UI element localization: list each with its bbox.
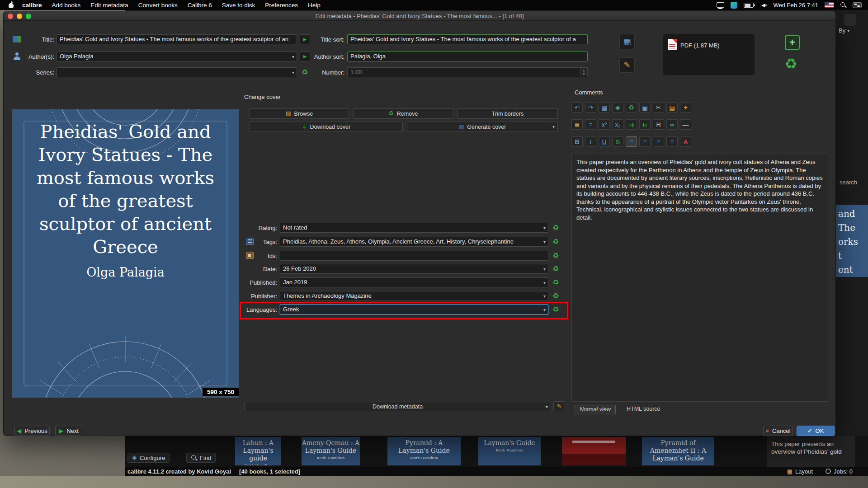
- cut-icon[interactable]: ✂: [653, 102, 664, 113]
- ids-input[interactable]: [280, 251, 548, 261]
- book-cover[interactable]: Pheidias' Gold andIvory Statues - Themos…: [12, 109, 239, 398]
- indent-more-icon[interactable]: ⇉: [626, 119, 637, 130]
- align-left-icon[interactable]: ≡: [626, 136, 637, 147]
- paste-icon[interactable]: ▤: [666, 102, 678, 113]
- redo-icon[interactable]: ↷: [585, 102, 596, 113]
- background-toolbar-button[interactable]: [844, 14, 856, 26]
- author-sort-input[interactable]: Palagia, Olga: [347, 52, 588, 61]
- browse-cover-button[interactable]: ▨ Browse: [250, 108, 349, 119]
- shelf-book[interactable]: Lahun : ALayman's guideKeith Hamilton: [235, 437, 281, 465]
- configure-button[interactable]: ✱ Configure: [127, 453, 170, 463]
- menu-item[interactable]: Save to disk: [222, 2, 255, 9]
- menu-item[interactable]: Edit metadata: [90, 2, 128, 9]
- screen-mirroring-icon[interactable]: [717, 2, 724, 8]
- bullet-list-icon[interactable]: ≡: [585, 119, 596, 130]
- smarten-punctuation-icon[interactable]: ✦: [680, 102, 691, 113]
- formats-list[interactable]: PDF (1.87 MB): [663, 34, 755, 75]
- shelf-book[interactable]: Ameny-Qemau : ALayman's GuideKeith Hamil…: [302, 437, 360, 465]
- clear-tags-icon[interactable]: ♻: [552, 238, 559, 245]
- shelf-book[interactable]: [562, 437, 626, 465]
- battery-icon[interactable]: [744, 3, 754, 8]
- shelf-book[interactable]: Pyramid : ALayman's GuideKeith Hamilton: [387, 437, 461, 465]
- remove-format-icon[interactable]: ♻: [784, 56, 797, 71]
- clear-date-icon[interactable]: ♻: [552, 265, 559, 272]
- align-right-icon[interactable]: ≡: [653, 136, 664, 147]
- menu-item[interactable]: Preferences: [265, 2, 298, 9]
- date-picker[interactable]: 26 Feb 2020 ▾: [280, 264, 548, 274]
- insert-image-icon[interactable]: ▦: [599, 102, 610, 113]
- series-number-spinner[interactable]: 1.00 ▴ ▾: [347, 67, 588, 77]
- italic-icon[interactable]: I: [585, 136, 596, 147]
- subscript-icon[interactable]: x₂: [612, 119, 623, 130]
- dialog-title-bar[interactable]: Edit metadata - Pheidias' Gold and Ivory…: [4, 11, 835, 21]
- menu-item[interactable]: Help: [308, 2, 321, 9]
- strikethrough-icon[interactable]: S: [612, 136, 623, 147]
- zoom-window-button[interactable]: [26, 14, 31, 19]
- find-button[interactable]: Find: [186, 453, 216, 463]
- volume-icon[interactable]: ◀»: [761, 2, 767, 8]
- download-metadata-button[interactable]: Download metadata ▾: [244, 402, 551, 411]
- control-center-icon[interactable]: [853, 2, 862, 8]
- bold-icon[interactable]: B: [571, 136, 583, 147]
- next-button[interactable]: ▶ Next: [55, 426, 82, 436]
- download-cover-button[interactable]: ⇓ Download cover: [250, 122, 403, 132]
- publisher-combo[interactable]: Themes in Archaeology Magazine ▾: [280, 291, 548, 301]
- spotlight-search-icon[interactable]: [840, 2, 846, 8]
- trim-borders-button[interactable]: Trim borders: [458, 108, 558, 119]
- edit-format-metadata-button[interactable]: ✎: [619, 57, 635, 73]
- add-format-button[interactable]: +: [785, 35, 800, 50]
- undo-icon[interactable]: ↶: [571, 102, 583, 113]
- comments-editor[interactable]: This paper presents an overview of Pheid…: [571, 154, 828, 402]
- title-sort-input[interactable]: Pheidias' Gold and Ivory Statues - The m…: [347, 34, 588, 44]
- underline-icon[interactable]: U: [599, 136, 610, 147]
- copy-icon[interactable]: ▣: [639, 102, 651, 113]
- menu-item[interactable]: Convert books: [138, 2, 178, 9]
- title-input[interactable]: Pheidias' Gold and Ivory Statues - The m…: [57, 34, 297, 44]
- clear-rating-icon[interactable]: ♻: [552, 224, 559, 231]
- tab-html-source[interactable]: HTML source: [622, 405, 665, 414]
- generate-cover-button[interactable]: ▥ Generate cover ▾: [407, 122, 558, 132]
- text-color-icon[interactable]: A: [680, 136, 691, 147]
- spinner-arrows[interactable]: ▴ ▾: [580, 68, 587, 76]
- align-justify-icon[interactable]: ≡: [666, 136, 678, 147]
- input-language-flag-icon[interactable]: [825, 2, 834, 8]
- apple-menu-icon[interactable]: [8, 2, 14, 9]
- menu-app-name[interactable]: calibre: [22, 2, 42, 9]
- remove-cover-button[interactable]: ♻ Remove: [353, 108, 453, 119]
- rating-combo[interactable]: Not rated ▾: [280, 223, 548, 233]
- clear-formatting-icon[interactable]: ♻: [626, 102, 637, 113]
- authors-combo[interactable]: Olga Palagia ▾: [57, 52, 297, 61]
- ok-button[interactable]: ✓ OK: [797, 426, 835, 436]
- menubar-app-status-icon[interactable]: [731, 2, 737, 9]
- shelf-book[interactable]: Layman's GuideKeith Hamilton: [478, 437, 541, 465]
- indent-less-icon[interactable]: ⇇: [639, 119, 651, 130]
- previous-button[interactable]: ◀ Previous: [14, 426, 50, 436]
- format-entry[interactable]: PDF (1.87 MB): [680, 42, 720, 49]
- clear-publisher-icon[interactable]: ♻: [552, 292, 559, 300]
- published-picker[interactable]: Jan 2019 ▾: [280, 277, 548, 287]
- spin-down-icon[interactable]: ▾: [583, 72, 585, 76]
- shelf-book[interactable]: Pyramid ofAmenemhet II : ALayman's Guide: [642, 437, 714, 465]
- jobs-button[interactable]: Jobs: 0: [826, 468, 853, 475]
- heading-icon[interactable]: H: [653, 119, 664, 130]
- cancel-button[interactable]: × Cancel: [763, 426, 793, 436]
- spin-up-icon[interactable]: ▴: [583, 69, 585, 72]
- eraser-icon[interactable]: ◈: [612, 102, 623, 113]
- superscript-icon[interactable]: x²: [599, 119, 610, 130]
- configure-metadata-download-button[interactable]: ✎: [553, 401, 565, 411]
- layout-button[interactable]: ▦ Layout: [787, 468, 813, 475]
- align-center-icon[interactable]: ≡: [639, 136, 651, 147]
- series-combo[interactable]: ▾: [57, 67, 297, 77]
- minimize-window-button[interactable]: [17, 14, 22, 19]
- clear-published-icon[interactable]: ♻: [552, 279, 559, 286]
- clear-ids-icon[interactable]: ♻: [552, 252, 559, 259]
- insert-link-icon[interactable]: ∞: [666, 119, 678, 130]
- cover-from-format-button[interactable]: ▦: [619, 34, 635, 49]
- ordered-list-icon[interactable]: ≣: [571, 119, 583, 130]
- sort-by-control[interactable]: By ▾: [839, 27, 849, 34]
- menu-item[interactable]: Add books: [52, 2, 81, 9]
- tab-normal-view[interactable]: Normal view: [575, 405, 616, 414]
- close-window-button[interactable]: [8, 14, 13, 19]
- tags-combo[interactable]: Pheidias, Athena, Zeus, Athens, Olympia,…: [280, 237, 548, 247]
- menubar-clock[interactable]: Wed Feb 26 7:41: [774, 2, 819, 9]
